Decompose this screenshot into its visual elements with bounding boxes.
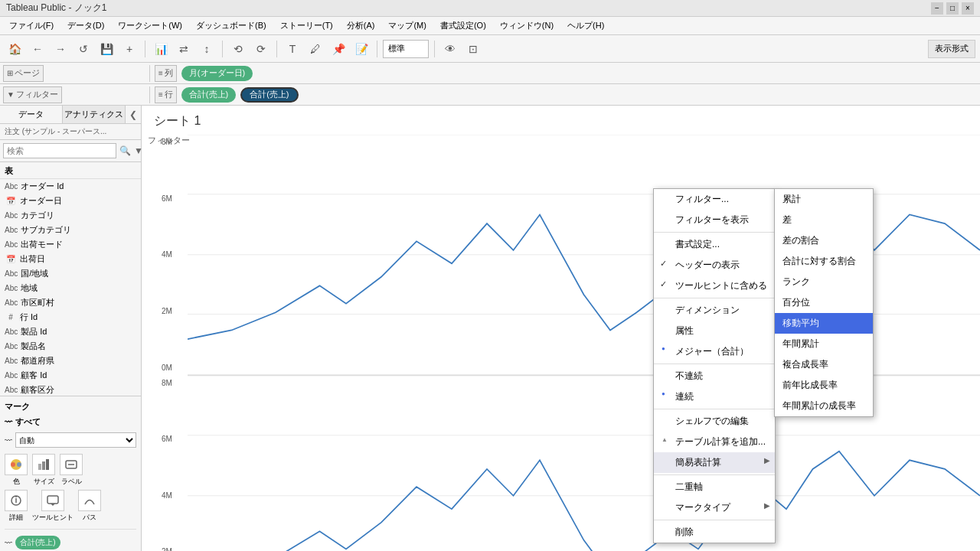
marks-color-button[interactable]: 色 [5, 454, 28, 487]
new-button[interactable]: + [119, 39, 139, 59]
menu-dashboard[interactable]: ダッシュボード(B) [190, 18, 273, 33]
sub-moving-avg[interactable]: 移動平均 [775, 313, 873, 334]
sidebar-item-12[interactable]: Abc都道府県 [0, 354, 141, 368]
ctx-format[interactable]: 書式設定... [654, 234, 775, 255]
refresh-button[interactable]: ↺ [74, 39, 93, 59]
close-button[interactable]: × [962, 2, 974, 15]
ctx-discontinuous[interactable]: 不連続 [654, 366, 775, 386]
sub-cumulative[interactable]: 累計 [775, 189, 873, 210]
type-icon-13: Abc [5, 371, 18, 380]
svg-point-1 [11, 462, 15, 467]
sub-percent-of-total[interactable]: 合計に対する割合 [775, 251, 873, 272]
ctx-filter[interactable]: フィルター... [654, 189, 775, 210]
sidebar-item-10[interactable]: Abc製品 Id [0, 324, 141, 339]
menu-help[interactable]: ヘルプ(H) [561, 18, 610, 33]
marks-path-button[interactable]: パス [78, 490, 101, 523]
view-button[interactable]: 👁 [440, 39, 460, 59]
text-button[interactable]: T [283, 39, 302, 59]
sub-ytd-growth[interactable]: 年間累計の成長率 [775, 396, 873, 416]
sub-cagr[interactable]: 複合成長率 [775, 354, 873, 375]
ctx-mark-type[interactable]: マークタイプ ▶ [654, 497, 775, 518]
sidebar-item-0[interactable]: Abcオーダー Id [0, 179, 141, 194]
sidebar-item-6[interactable]: Abc国/地域 [0, 266, 141, 281]
save-button[interactable]: 💾 [96, 39, 116, 59]
sidebar-item-11[interactable]: Abc製品名 [0, 339, 141, 354]
sidebar-item-13[interactable]: Abc顧客 Id [0, 368, 141, 383]
column-pill[interactable]: 月(オーダー日) [181, 66, 253, 81]
sub-diff-percent[interactable]: 差の割合 [775, 230, 873, 251]
type-icon-0: Abc [5, 182, 18, 191]
standard-dropdown[interactable]: 標準 [383, 40, 429, 58]
maximize-button[interactable]: □ [946, 2, 959, 15]
menu-format[interactable]: 書式設定(O) [434, 18, 492, 33]
ctx-quick-table-calc[interactable]: 簡易表計算 ▶ [654, 452, 775, 473]
forward-button[interactable]: → [51, 39, 70, 59]
menu-story[interactable]: ストーリー(T) [274, 18, 339, 33]
menu-file[interactable]: ファイル(F) [3, 18, 60, 33]
minimize-button[interactable]: − [931, 2, 943, 15]
tab-data[interactable]: データ [0, 106, 63, 123]
ctx-dual-axis[interactable]: 二重軸 [654, 477, 775, 497]
show-format-button[interactable]: 表示形式 [928, 40, 975, 58]
marks-type-select[interactable]: 自動 [15, 432, 136, 448]
back-button[interactable]: ← [28, 39, 47, 59]
search-icon: 🔍 [119, 145, 131, 156]
sidebar-item-7[interactable]: Abc地域 [0, 281, 141, 295]
redo-button[interactable]: ⟳ [251, 39, 271, 59]
sidebar-item-14[interactable]: Abc顧客区分 [0, 383, 141, 396]
type-icon-12: Abc [5, 357, 18, 365]
sum-pill-1[interactable]: 合計(売上) [15, 536, 60, 549]
ctx-attribute[interactable]: 属性 [654, 321, 775, 341]
ctx-tooltip[interactable]: ツールヒントに含める [654, 276, 775, 296]
home-button[interactable]: 🏠 [5, 39, 24, 59]
ctx-show-header[interactable]: ヘッダーの表示 [654, 255, 775, 276]
ctx-measure[interactable]: メジャー（合計） [654, 341, 775, 362]
sidebar-collapse-button[interactable]: ❮ [126, 106, 141, 123]
menu-data[interactable]: データ(D) [61, 18, 110, 33]
type-icon-7: Abc [5, 284, 18, 292]
ctx-edit-shelf[interactable]: シェルフでの編集 [654, 411, 775, 432]
highlight-button[interactable]: 🖊 [305, 39, 325, 59]
tab-analytics[interactable]: アナリティクス [63, 106, 126, 123]
pin-button[interactable]: 📌 [328, 39, 348, 59]
sidebar-item-2[interactable]: Abcカテゴリ [0, 208, 141, 223]
sidebar-item-1[interactable]: 📅オーダー日 [0, 194, 141, 208]
ctx-show-filter[interactable]: フィルターを表示 [654, 210, 775, 230]
window-controls[interactable]: − □ × [931, 2, 974, 15]
sidebar-item-4[interactable]: Abc出荷モード [0, 237, 141, 252]
ctx-continuous[interactable]: 連続 [654, 386, 775, 407]
menu-window[interactable]: ウィンドウ(N) [494, 18, 560, 33]
marks-label-button[interactable]: ラベル [60, 454, 83, 487]
sidebar-item-8[interactable]: Abc市区町村 [0, 295, 141, 310]
sort-button[interactable]: ↕ [197, 39, 217, 59]
menu-worksheet[interactable]: ワークシート(W) [112, 18, 188, 33]
ctx-delete[interactable]: 削除 [654, 522, 775, 543]
sidebar-item-5[interactable]: 📅出荷日 [0, 252, 141, 266]
row-pill-1[interactable]: 合計(売上) [181, 87, 236, 103]
menu-analysis[interactable]: 分析(A) [341, 18, 381, 33]
marks-tooltip-button[interactable]: ツールヒント [32, 490, 74, 523]
sheet-title: シート 1 [142, 106, 980, 132]
annotate-button[interactable]: 📝 [351, 39, 371, 59]
ctx-dimension[interactable]: ディメンション [654, 300, 775, 321]
ctx-add-table-calc[interactable]: テーブル計算を追加... [654, 432, 775, 452]
sidebar-item-3[interactable]: Abcサブカテゴリ [0, 223, 141, 237]
submenu-arrow-mark: ▶ [764, 501, 770, 510]
chart-type-button[interactable]: 📊 [151, 39, 171, 59]
menu-map[interactable]: マップ(M) [382, 18, 433, 33]
sidebar-item-9[interactable]: #行 Id [0, 310, 141, 324]
swap-button[interactable]: ⇄ [174, 39, 194, 59]
marks-size-button[interactable]: サイズ [32, 454, 55, 487]
marks-detail-button[interactable]: 詳細 [5, 490, 28, 523]
search-input[interactable] [3, 143, 116, 158]
sub-rank[interactable]: ランク [775, 272, 873, 292]
sub-diff[interactable]: 差 [775, 210, 873, 230]
separator-3 [276, 41, 277, 57]
sub-percentile[interactable]: 百分位 [775, 292, 873, 313]
undo-button[interactable]: ⟲ [228, 39, 248, 59]
sub-ytd[interactable]: 年間累計 [775, 334, 873, 354]
row-pill-2[interactable]: 合計(売上) [240, 87, 298, 103]
layout-button[interactable]: ⊡ [463, 39, 483, 59]
ctx-sep-3 [654, 364, 775, 364]
sub-yoy[interactable]: 前年比成長率 [775, 375, 873, 396]
